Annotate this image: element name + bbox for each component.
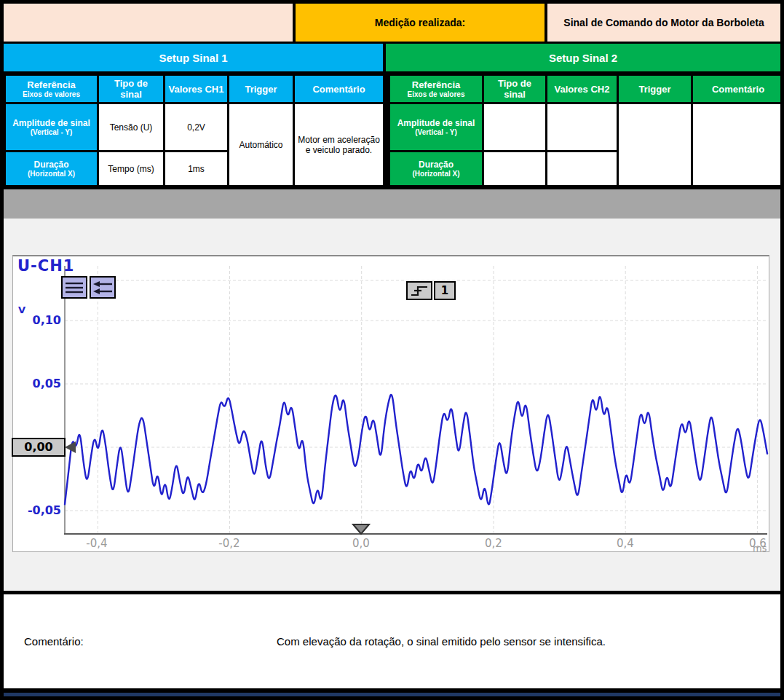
- trigger-edge-icon: [410, 283, 429, 298]
- scope-region: U-CH1: [4, 219, 780, 591]
- setup1-col-valores: Valores CH1: [165, 75, 229, 103]
- setup1-duracao-valor: 1ms: [165, 152, 229, 186]
- y-tick-010: 0,10: [26, 313, 61, 327]
- setup1-row-amplitude: Amplitude de sinal (Vertical - Y): [5, 103, 98, 152]
- worksheet-page: Medição realizada: Sinal de Comando do M…: [0, 0, 784, 700]
- setup1-col-referencia: Referência Eixos de valores: [5, 75, 98, 103]
- gray-separator-band: [4, 189, 780, 219]
- setup2-row-amplitude: Amplitude de sinal (Vertical - Y): [389, 103, 483, 152]
- setup2-col-referencia: Referência Eixos de valores: [389, 75, 483, 103]
- comment-section: Comentário: Com elevação da rotação, o s…: [4, 594, 780, 688]
- comment-text: Com elevação da rotação, o sinal emitido…: [4, 635, 780, 648]
- header-blank-cell: [4, 4, 293, 42]
- setup2-row-duracao: Duração (Horizontal X): [389, 152, 483, 186]
- trigger-indicator: 1: [406, 281, 456, 300]
- horizontal-lines-button[interactable]: [61, 276, 87, 299]
- setup1-col-comentario: Comentário: [294, 75, 384, 103]
- y-tick-005: 0,05: [26, 377, 61, 390]
- x-axis-unit-label: ms: [753, 543, 767, 554]
- setup2-col-trigger: Trigger: [618, 75, 692, 103]
- setup2-trigger-value[interactable]: [618, 103, 692, 186]
- trigger-channel-button[interactable]: 1: [434, 281, 456, 300]
- setup1-col-tipo: Tipo de sinal: [98, 75, 165, 103]
- setup2-duracao-valor[interactable]: [547, 152, 618, 186]
- setup-banners: Setup Sinal 1 Setup Sinal 2: [4, 44, 780, 71]
- trigger-position-marker[interactable]: [351, 523, 371, 535]
- setup-tables: Referência Eixos de valores Tipo de sina…: [4, 74, 780, 187]
- arrows-left-icon: [92, 280, 113, 296]
- x-tick-00: 0,0: [345, 537, 377, 550]
- setup2-col-valores: Valores CH2: [547, 75, 618, 103]
- setup1-comentario-value: Motor em aceleração e veiculo parado.: [294, 103, 384, 186]
- setup2-col-tipo: Tipo de sinal: [483, 75, 547, 103]
- setup1-amplitude-tipo: Tensão (U): [98, 103, 165, 152]
- arrows-left-button[interactable]: [90, 276, 116, 299]
- trigger-edge-button[interactable]: [406, 281, 432, 300]
- setup2-banner: Setup Sinal 2: [386, 44, 780, 71]
- bottom-blue-strip: [4, 693, 780, 696]
- measurement-label: Medição realizada:: [296, 4, 545, 42]
- horizontal-lines-icon: [64, 280, 84, 296]
- setup1-trigger-value: Automático: [229, 103, 294, 186]
- setup2-amplitude-tipo[interactable]: [483, 103, 547, 152]
- x-tick-m02: -0,2: [213, 537, 245, 550]
- scope-toolbar: [61, 276, 116, 299]
- setup1-amplitude-valor: 0,2V: [165, 103, 229, 152]
- x-tick-04: 0,4: [609, 537, 641, 550]
- waveform-svg: [13, 256, 770, 554]
- setup1-table: Referência Eixos de valores Tipo de sina…: [4, 74, 385, 187]
- top-header: Medição realizada: Sinal de Comando do M…: [4, 4, 780, 42]
- measurement-value: Sinal de Comando do Motor da Borboleta: [547, 4, 780, 42]
- y-axis-unit-label: V: [18, 304, 25, 315]
- zero-level-handle[interactable]: 0,00: [12, 438, 66, 457]
- x-tick-02: 0,2: [478, 537, 510, 550]
- setup2-col-comentario: Comentário: [692, 75, 781, 103]
- setup2-amplitude-valor[interactable]: [547, 103, 618, 152]
- oscilloscope-panel: U-CH1: [12, 255, 769, 552]
- x-tick-m04: -0,4: [81, 537, 113, 550]
- channel-label: U-CH1: [17, 257, 74, 275]
- setup2-duracao-tipo[interactable]: [483, 152, 547, 186]
- setup1-row-duracao: Duração (Horizontal X): [5, 152, 98, 186]
- setup2-comentario-value[interactable]: [692, 103, 781, 186]
- setup1-col-trigger: Trigger: [229, 75, 294, 103]
- y-tick-m005: -0,05: [26, 503, 61, 517]
- setup1-banner: Setup Sinal 1: [4, 44, 383, 71]
- zero-level-arrow-icon[interactable]: [65, 441, 76, 453]
- setup1-duracao-tipo: Tempo (ms): [98, 152, 165, 186]
- setup2-table: Referência Eixos de valores Tipo de sina…: [388, 74, 780, 187]
